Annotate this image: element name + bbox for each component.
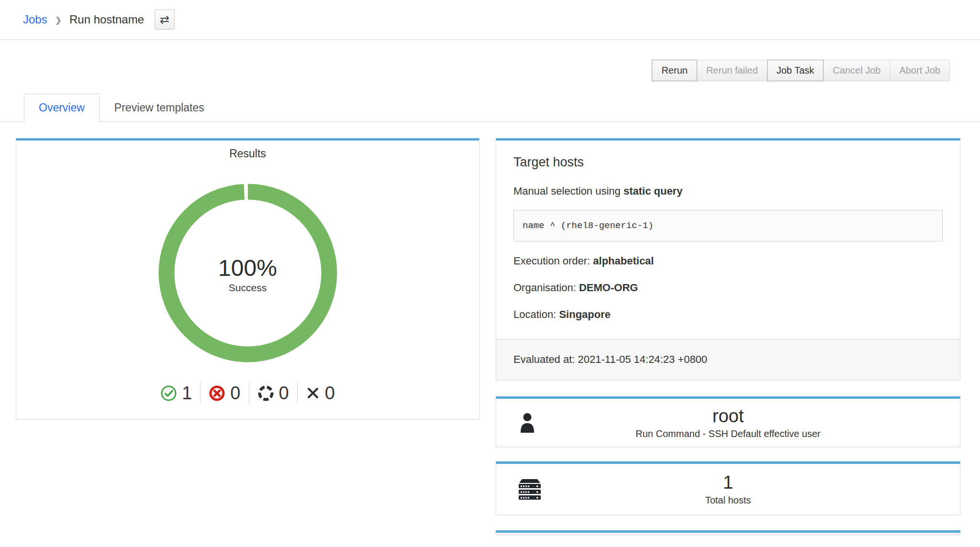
results-donut-chart: 100% Success xyxy=(157,182,339,366)
server-rack-icon xyxy=(517,478,542,500)
next-card-partial xyxy=(496,530,960,536)
effective-user-card: root Run Command - SSH Default effective… xyxy=(496,396,960,447)
toggle-job-view-button[interactable]: ⇄ xyxy=(155,10,175,30)
location-value: Singapore xyxy=(559,308,611,320)
failed-count: 0 xyxy=(230,383,240,404)
location-label: Location: xyxy=(513,308,559,320)
execution-order-label: Execution order: xyxy=(513,255,593,267)
job-task-button[interactable]: Job Task xyxy=(767,60,824,81)
total-hosts-value: 1 xyxy=(705,472,751,493)
user-icon xyxy=(517,412,537,434)
breadcrumb-current-page: Run hostname xyxy=(69,13,144,26)
cancel-job-button: Cancel Job xyxy=(823,60,890,81)
cancelled-x-icon xyxy=(306,386,320,400)
donut-percent-value: 100% xyxy=(218,255,277,281)
rerun-failed-button: Rerun failed xyxy=(697,60,768,81)
counter-success: 1 xyxy=(152,383,200,404)
execution-order-value: alphabetical xyxy=(593,255,654,267)
target-hosts-card: Target hosts Manual selection using stat… xyxy=(496,138,960,380)
job-actions-button-group: Rerun Rerun failed Job Task Cancel Job A… xyxy=(652,60,950,81)
in-progress-dashed-circle-icon xyxy=(257,385,274,402)
job-actions-toolbar: Rerun Rerun failed Job Task Cancel Job A… xyxy=(0,60,980,81)
organisation-label: Organisation: xyxy=(513,282,579,294)
evaluated-at-footer: Evaluated at: 2021-11-05 14:24:23 +0800 xyxy=(496,339,960,380)
tab-overview[interactable]: Overview xyxy=(24,94,100,122)
location-row: Location: Singapore xyxy=(513,308,943,321)
selection-mode-line: Manual selection using static query xyxy=(513,185,943,197)
in-progress-count: 0 xyxy=(279,383,289,404)
total-hosts-card: 1 Total hosts xyxy=(496,461,960,515)
organisation-value: DEMO-ORG xyxy=(579,282,638,294)
results-counters: 1 0 0 xyxy=(16,382,479,404)
tab-preview-templates[interactable]: Preview templates xyxy=(100,94,219,122)
breadcrumb-chevron-icon: ❯ xyxy=(55,14,62,25)
organisation-row: Organisation: DEMO-ORG xyxy=(513,282,943,294)
switch-arrows-icon: ⇄ xyxy=(160,14,169,25)
success-circle-check-icon xyxy=(160,385,177,402)
donut-percent-label: Success xyxy=(229,282,267,294)
results-title: Results xyxy=(16,147,479,160)
breadcrumb-jobs-link[interactable]: Jobs xyxy=(23,13,47,26)
rerun-button[interactable]: Rerun xyxy=(652,60,697,81)
target-hosts-title: Target hosts xyxy=(513,155,943,170)
host-search-query: name ^ (rhel8-generic-1) xyxy=(513,210,943,241)
counter-cancelled: 0 xyxy=(298,383,343,404)
total-hosts-label: Total hosts xyxy=(705,495,751,506)
tab-bar: Overview Preview templates xyxy=(0,94,980,122)
success-count: 1 xyxy=(182,383,192,404)
failed-circle-x-icon xyxy=(209,385,225,402)
execution-order-row: Execution order: alphabetical xyxy=(513,255,943,267)
results-card: Results 100% Success 1 xyxy=(16,138,479,419)
counter-in-progress: 0 xyxy=(249,383,297,404)
main-content: Results 100% Success 1 xyxy=(0,122,980,536)
counter-failed: 0 xyxy=(200,383,248,404)
page-header: Jobs ❯ Run hostname ⇄ xyxy=(0,0,980,40)
effective-user-description: Run Command - SSH Default effective user xyxy=(635,428,820,439)
selection-mode-prefix: Manual selection using xyxy=(513,185,624,197)
abort-job-button: Abort Job xyxy=(890,60,950,81)
effective-user-name: root xyxy=(635,406,820,427)
selection-mode-value: static query xyxy=(624,185,683,197)
cancelled-count: 0 xyxy=(325,383,335,404)
